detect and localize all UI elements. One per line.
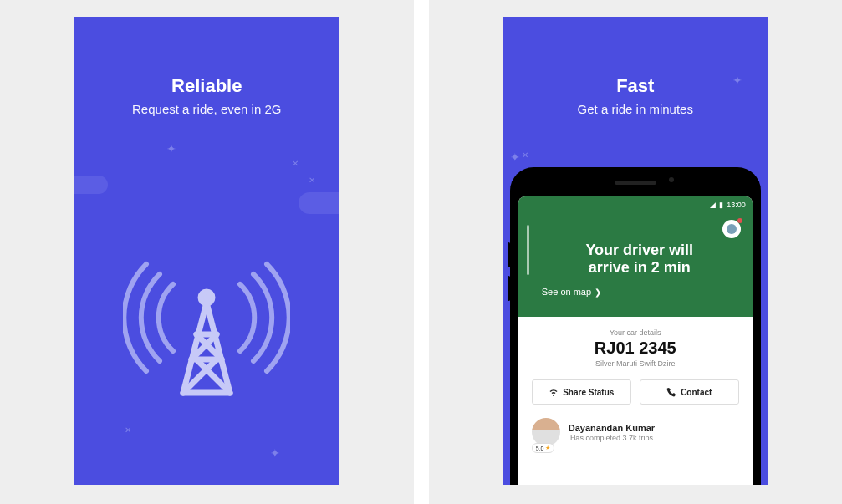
driver-trips-count: Has completed 3.7k trips	[569, 434, 655, 442]
driver-eta-card: Your driver will arrive in 2 min See on …	[518, 213, 753, 317]
sparkle-icon: ✕	[522, 150, 528, 160]
sparkle-icon: ✦	[270, 446, 280, 460]
battery-icon: ▮	[719, 201, 723, 209]
subtitle-reliable: Request a ride, even in 2G	[74, 102, 339, 116]
screenshot-panel-left: Reliable Request a ride, even in 2G ✦ ✕ …	[0, 0, 414, 504]
see-on-map-link[interactable]: See on map ❯	[542, 287, 737, 297]
wifi-icon	[549, 387, 559, 397]
driver-info-row: 5.0 ★ Dayanandan Kumar Has completed 3.7…	[532, 418, 739, 446]
status-time: 13:00	[727, 201, 746, 209]
action-button-row: Share Status Contact	[532, 379, 739, 405]
driver-name: Dayanandan Kumar	[569, 423, 655, 433]
status-bar: ◢ ▮ 13:00	[518, 196, 753, 213]
cloud-icon	[299, 192, 339, 214]
phone-screen: ◢ ▮ 13:00 Your driver will arrive in 2 m…	[518, 196, 753, 485]
signal-tower-icon	[123, 234, 290, 401]
sparkle-icon: ✕	[292, 159, 299, 168]
phone-camera-dot	[669, 177, 674, 182]
sparkle-icon: ✦	[732, 74, 742, 87]
screenshot-panel-right: Fast Get a ride in minutes ✦ ✕ ✦ ◢ ▮ 13:…	[429, 0, 843, 504]
cloud-icon	[74, 176, 108, 194]
eta-text-line1: Your driver will	[542, 242, 737, 259]
contact-label: Contact	[681, 388, 712, 397]
headline-reliable: Reliable	[74, 75, 339, 97]
car-details-label: Your car details	[532, 328, 739, 337]
headline-fast: Fast	[503, 75, 768, 97]
eta-text-line2: arrive in 2 min	[542, 259, 737, 277]
see-on-map-label: See on map	[542, 287, 591, 297]
notification-dot-icon	[737, 218, 742, 223]
sparkle-icon: ✦	[510, 150, 520, 164]
contact-button[interactable]: Contact	[640, 379, 739, 405]
share-status-button[interactable]: Share Status	[532, 379, 631, 405]
star-icon: ★	[545, 445, 550, 451]
phone-side-button	[508, 276, 510, 301]
phone-mockup: ◢ ▮ 13:00 Your driver will arrive in 2 m…	[510, 167, 761, 485]
sparkle-icon: ✕	[309, 176, 315, 185]
app-screen-fast: Fast Get a ride in minutes ✦ ✕ ✦ ◢ ▮ 13:…	[503, 17, 768, 485]
app-screen-reliable: Reliable Request a ride, even in 2G ✦ ✕ …	[74, 17, 339, 485]
subtitle-fast: Get a ride in minutes	[503, 102, 768, 116]
share-status-label: Share Status	[563, 388, 614, 397]
driver-rating-badge: 5.0 ★	[532, 443, 555, 453]
sparkle-icon: ✦	[166, 142, 176, 155]
driver-rating-value: 5.0	[536, 445, 544, 451]
chevron-right-icon: ❯	[595, 288, 601, 297]
signal-icon: ◢	[710, 201, 716, 209]
phone-side-button	[508, 242, 510, 267]
phone-speaker	[615, 181, 656, 185]
driver-photo-avatar: 5.0 ★	[532, 418, 560, 446]
sparkle-icon: ✕	[125, 425, 131, 435]
car-description: Silver Maruti Swift Dzire	[532, 359, 739, 368]
car-plate-number: RJ01 2345	[532, 339, 739, 358]
drag-handle-icon	[527, 225, 529, 275]
car-details-card: Your car details RJ01 2345 Silver Maruti…	[518, 317, 753, 455]
phone-icon	[666, 387, 676, 397]
